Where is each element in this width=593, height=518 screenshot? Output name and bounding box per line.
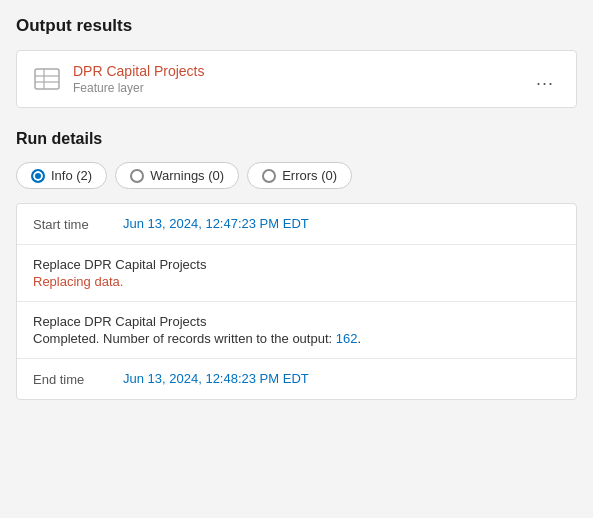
page-title: Output results [16, 16, 577, 36]
run-details-title: Run details [16, 130, 577, 148]
row2-desc: Replacing data. [33, 274, 560, 289]
row3-desc: Completed. Number of records written to … [33, 331, 560, 346]
tab-errors-radio [262, 169, 276, 183]
tab-warnings[interactable]: Warnings (0) [115, 162, 239, 189]
svg-rect-0 [35, 69, 59, 89]
layer-icon [31, 63, 63, 95]
tab-errors[interactable]: Errors (0) [247, 162, 352, 189]
table-row: Replace DPR Capital Projects Completed. … [17, 302, 576, 359]
end-time-value: Jun 13, 2024, 12:48:23 PM EDT [123, 371, 560, 386]
start-time-label: Start time [33, 216, 123, 232]
tab-errors-label: Errors (0) [282, 168, 337, 183]
row2-content: Replace DPR Capital Projects Replacing d… [33, 257, 560, 289]
info-table: Start time Jun 13, 2024, 12:47:23 PM EDT… [16, 203, 577, 400]
tab-info-radio [31, 169, 45, 183]
end-time-label: End time [33, 371, 123, 387]
table-row: Start time Jun 13, 2024, 12:47:23 PM EDT [17, 204, 576, 245]
output-card: DPR Capital Projects Feature layer ... [16, 50, 577, 108]
row3-desc-text1: Completed. Number of records written to … [33, 331, 336, 346]
table-row: Replace DPR Capital Projects Replacing d… [17, 245, 576, 302]
row2-title: Replace DPR Capital Projects [33, 257, 560, 272]
row2-desc-text: Replacing data. [33, 274, 123, 289]
start-time-value: Jun 13, 2024, 12:47:23 PM EDT [123, 216, 560, 231]
layer-info: DPR Capital Projects Feature layer [73, 63, 205, 95]
tab-info[interactable]: Info (2) [16, 162, 107, 189]
layer-type: Feature layer [73, 81, 205, 95]
tab-warnings-label: Warnings (0) [150, 168, 224, 183]
output-card-left: DPR Capital Projects Feature layer [31, 63, 205, 95]
row3-desc-text2: . [357, 331, 361, 346]
row3-title: Replace DPR Capital Projects [33, 314, 560, 329]
tabs-row: Info (2) Warnings (0) Errors (0) [16, 162, 577, 189]
row3-content: Replace DPR Capital Projects Completed. … [33, 314, 560, 346]
layer-name: DPR Capital Projects [73, 63, 205, 79]
table-row: End time Jun 13, 2024, 12:48:23 PM EDT [17, 359, 576, 399]
more-options-button[interactable]: ... [528, 65, 562, 94]
tab-warnings-radio [130, 169, 144, 183]
tab-info-label: Info (2) [51, 168, 92, 183]
row3-desc-number: 162 [336, 331, 358, 346]
